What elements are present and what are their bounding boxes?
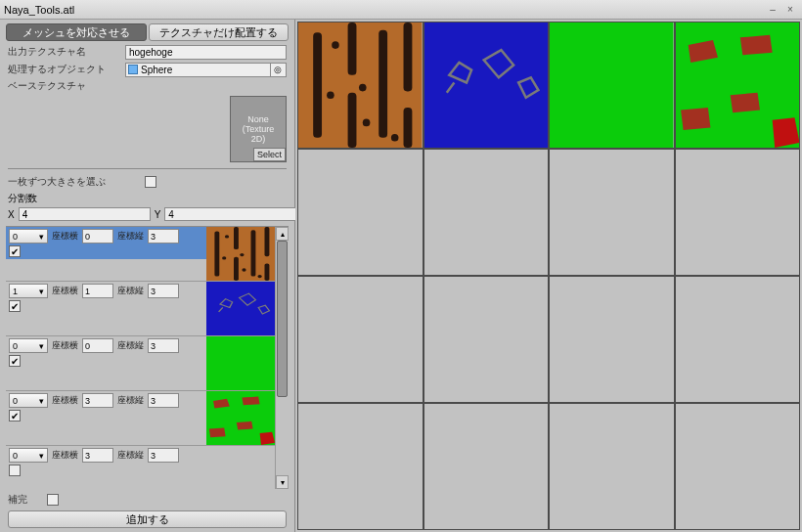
window-title: Naya_Tools.atl xyxy=(4,4,74,16)
output-texture-name-label: 出力テクスチャ名 xyxy=(8,45,125,59)
item-checkbox[interactable]: ✔ xyxy=(9,300,21,312)
divisions-x-input[interactable] xyxy=(19,207,151,221)
preview-panel xyxy=(295,20,802,532)
item-thumbnail xyxy=(206,391,275,445)
grid-cell xyxy=(423,403,550,530)
list-item[interactable]: 0▾ 座標横 0 座標縦 3 ✔ xyxy=(6,336,275,391)
grid-cell xyxy=(675,276,801,403)
list-item[interactable]: 0▾ 座標横 3 座標縦 3 xyxy=(6,446,275,489)
titlebar: Naya_Tools.atl – × xyxy=(0,0,802,20)
grid-cell xyxy=(423,22,550,149)
scroll-up-icon[interactable]: ▴ xyxy=(276,227,289,241)
coord-x-label: 座標横 xyxy=(50,449,80,462)
texture-type-label: (Texture 2D) xyxy=(243,124,275,144)
list-item[interactable]: 0▾ 座標横 3 座標縦 3 ✔ xyxy=(6,391,275,446)
scrollbar[interactable]: ▴ ▾ xyxy=(275,227,289,489)
coord-y-input[interactable]: 3 xyxy=(148,284,179,298)
grid-cell xyxy=(549,149,675,276)
divisions-y-label: Y xyxy=(155,209,161,220)
list-item[interactable]: 1▾ 座標横 1 座標縦 3 ✔ xyxy=(6,282,275,336)
scroll-thumb[interactable] xyxy=(277,241,288,397)
coord-y-label: 座標縦 xyxy=(115,230,146,243)
coord-y-label: 座標縦 xyxy=(115,449,146,462)
item-checkbox[interactable]: ✔ xyxy=(9,410,21,421)
coord-y-label: 座標縦 xyxy=(115,285,146,297)
grid-cell xyxy=(423,276,550,403)
complete-label: 補完 xyxy=(8,493,47,507)
coord-x-label: 座標横 xyxy=(50,339,80,352)
coord-x-input[interactable]: 3 xyxy=(82,393,113,408)
coord-y-label: 座標縦 xyxy=(115,394,146,407)
grid-cell xyxy=(675,22,801,149)
texture-none-label: None xyxy=(247,114,269,124)
coord-x-input[interactable]: 0 xyxy=(82,229,113,244)
item-checkbox[interactable] xyxy=(9,465,21,476)
base-texture-label: ベーステクスチャ xyxy=(8,79,125,93)
coord-x-input[interactable]: 0 xyxy=(82,338,113,353)
item-thumbnail xyxy=(206,227,275,281)
coord-x-label: 座標横 xyxy=(50,394,80,407)
grid-cell xyxy=(423,149,550,276)
inspector-panel: メッシュを対応させる テクスチャだけ配置する 出力テクスチャ名 hogehoge… xyxy=(0,20,295,532)
grid-cell xyxy=(297,403,423,530)
coord-x-label: 座標横 xyxy=(50,230,80,243)
coord-y-label: 座標縦 xyxy=(115,339,146,352)
coord-y-input[interactable]: 3 xyxy=(148,229,179,244)
coord-x-input[interactable]: 3 xyxy=(82,448,113,463)
close-icon[interactable]: × xyxy=(782,3,798,17)
coord-y-input[interactable]: 3 xyxy=(148,448,179,463)
grid-cell xyxy=(297,22,423,149)
item-dropdown[interactable]: 0▾ xyxy=(9,229,48,244)
item-checkbox[interactable]: ✔ xyxy=(9,245,21,257)
add-button[interactable]: 追加する xyxy=(8,510,287,528)
divisions-y-input[interactable] xyxy=(164,207,296,221)
item-list: 0▾ 座標横 0 座標縦 3 ✔ 1▾ 座標横 1 座標縦 3 ✔ xyxy=(6,227,275,489)
target-object-value: Sphere xyxy=(141,65,172,75)
item-dropdown[interactable]: 0▾ xyxy=(9,448,48,463)
coord-y-input[interactable]: 3 xyxy=(148,393,179,408)
cube-icon xyxy=(128,65,138,74)
texture-select-button[interactable]: Select xyxy=(253,148,286,161)
coord-x-label: 座標横 xyxy=(50,285,80,297)
grid-cell xyxy=(549,403,675,530)
grid-cell xyxy=(297,276,423,403)
coord-y-input[interactable]: 3 xyxy=(148,338,179,353)
tab-mesh[interactable]: メッシュを対応させる xyxy=(6,23,147,41)
object-picker-icon[interactable]: ◎ xyxy=(270,64,284,76)
output-texture-name-input[interactable]: hogehoge xyxy=(125,45,287,60)
list-item[interactable]: 0▾ 座標横 0 座標縦 3 ✔ xyxy=(6,227,275,282)
tab-texture[interactable]: テクスチャだけ配置する xyxy=(149,23,290,41)
scroll-down-icon[interactable]: ▾ xyxy=(276,475,289,489)
divisions-x-label: X xyxy=(8,209,15,220)
target-object-label: 処理するオブジェクト xyxy=(8,63,125,76)
individual-size-label: 一枚ずつ大きさを選ぶ xyxy=(8,175,145,189)
item-checkbox[interactable]: ✔ xyxy=(9,355,21,367)
base-texture-slot[interactable]: None (Texture 2D) Select xyxy=(230,96,287,162)
grid-cell xyxy=(675,149,801,276)
item-thumbnail xyxy=(206,336,275,390)
item-thumbnail xyxy=(206,446,275,489)
item-dropdown[interactable]: 0▾ xyxy=(9,338,48,353)
item-dropdown[interactable]: 1▾ xyxy=(9,284,48,298)
divisions-label: 分割数 xyxy=(8,193,37,203)
individual-size-checkbox[interactable] xyxy=(145,176,156,188)
item-thumbnail xyxy=(206,282,275,335)
grid-cell xyxy=(297,149,423,276)
grid-cell xyxy=(549,276,675,403)
grid-cell xyxy=(675,403,801,530)
minimize-icon[interactable]: – xyxy=(765,3,780,17)
target-object-field[interactable]: Sphere ◎ xyxy=(125,63,287,77)
grid-cell xyxy=(549,22,675,149)
complete-checkbox[interactable] xyxy=(47,494,59,506)
item-dropdown[interactable]: 0▾ xyxy=(9,393,48,408)
coord-x-input[interactable]: 1 xyxy=(82,284,113,298)
